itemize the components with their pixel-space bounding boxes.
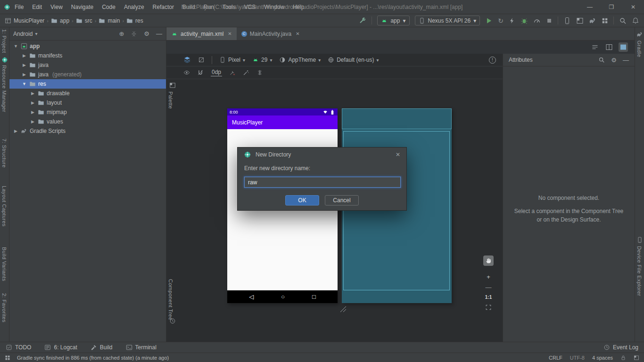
expander-icon[interactable]: ▶	[22, 72, 27, 77]
infer-constraints-wand-icon[interactable]	[243, 69, 249, 76]
breadcrumb-res[interactable]: res	[126, 17, 143, 24]
run-configuration-select[interactable]: app ▾	[377, 16, 409, 25]
zoom-in-button[interactable]: +	[487, 274, 490, 280]
tool-button-terminal[interactable]: Terminal	[126, 344, 157, 351]
tool-button-gradle[interactable]: Gradle	[636, 41, 642, 57]
tool-button-build-variants[interactable]: Build Variants	[1, 247, 7, 281]
layout-inspector-icon[interactable]	[576, 17, 584, 25]
design-blueprint-select-icon[interactable]	[183, 56, 191, 64]
tab-activity-main-xml[interactable]: activity_main.xml ✕	[166, 27, 237, 40]
settings-gear-icon[interactable]: ⚙	[144, 30, 149, 37]
menu-edit[interactable]: Edit	[28, 4, 46, 10]
pack-align-icon[interactable]	[256, 69, 263, 76]
tree-item-gradle-scripts[interactable]: ▶ Gradle Scripts	[9, 126, 166, 136]
line-ending-indicator[interactable]: CRLF	[549, 355, 562, 361]
orientation-icon[interactable]	[198, 57, 205, 63]
stop-button[interactable]	[546, 17, 553, 24]
locate-file-icon[interactable]: ⊕	[119, 30, 124, 37]
maximize-button[interactable]: ❐	[601, 0, 622, 14]
tool-window-switcher-icon[interactable]	[5, 355, 10, 361]
tree-item-java-generated[interactable]: ▶ java (generated)	[9, 70, 166, 79]
palette-panel-toggle[interactable]: Palette	[168, 91, 173, 109]
autoconnect-magnet-icon[interactable]	[197, 69, 204, 76]
search-icon[interactable]	[598, 57, 605, 63]
expander-icon[interactable]: ▶	[30, 91, 35, 96]
zoom-ratio-button[interactable]: 1:1	[485, 295, 492, 300]
tool-button-device-file-explorer[interactable]: Device File Explorer	[636, 246, 642, 296]
tool-button-resource-manager[interactable]: Resource Manager	[1, 65, 7, 112]
lock-icon[interactable]	[620, 355, 626, 361]
tree-item-mipmap[interactable]: ▶ mipmap	[9, 107, 166, 117]
device-manager-icon[interactable]	[563, 17, 571, 25]
menu-code[interactable]: Code	[98, 4, 120, 10]
close-button[interactable]: ✕	[622, 0, 644, 14]
android-studio-icon[interactable]	[1, 57, 8, 63]
wrench-icon[interactable]	[359, 17, 366, 25]
close-tab-icon[interactable]: ✕	[296, 31, 299, 36]
expander-icon[interactable]: ▶	[30, 100, 35, 105]
menu-refactor[interactable]: Refactor	[149, 4, 178, 10]
pan-hand-button[interactable]	[483, 255, 494, 266]
indent-indicator[interactable]: 4 spaces	[592, 355, 613, 361]
minimize-button[interactable]: —	[579, 0, 601, 14]
hide-panel-icon[interactable]: —	[623, 57, 629, 64]
palette-icon[interactable]	[169, 82, 176, 89]
zoom-to-fit-button[interactable]	[485, 304, 492, 311]
tool-button-project[interactable]: 1: Project	[1, 29, 7, 53]
breadcrumb-main[interactable]: main	[99, 17, 120, 24]
dialog-close-icon[interactable]: ✕	[396, 151, 400, 158]
zoom-out-button[interactable]: —	[486, 284, 492, 290]
breadcrumb-app[interactable]: app	[51, 17, 69, 24]
tree-item-java[interactable]: ▶ java	[9, 60, 166, 70]
gradle-icon[interactable]	[636, 31, 643, 38]
expander-icon[interactable]: ▶	[22, 53, 27, 58]
dialog-title-bar[interactable]: New Directory ✕	[238, 148, 406, 162]
tool-button-logcat[interactable]: 6: Logcat	[44, 344, 77, 351]
theme-dropdown[interactable]: AppTheme ▾	[279, 57, 321, 63]
profile-button[interactable]	[533, 17, 541, 25]
settings-gear-icon[interactable]: ⚙	[611, 57, 617, 64]
api-level-dropdown[interactable]: 29 ▾	[252, 57, 272, 63]
view-options-eye-icon[interactable]	[183, 69, 190, 76]
tool-button-favorites[interactable]: 2: Favorites	[1, 293, 7, 322]
collapse-all-icon[interactable]	[131, 31, 137, 37]
expander-icon[interactable]: ▶	[22, 63, 27, 67]
tree-item-values[interactable]: ▶ values	[9, 117, 166, 126]
close-tab-icon[interactable]: ✕	[228, 31, 231, 36]
locale-dropdown[interactable]: Default (en-us) ▾	[328, 57, 379, 63]
cancel-button[interactable]: Cancel	[325, 195, 359, 206]
breadcrumb-src[interactable]: src	[76, 17, 92, 24]
split-view-button[interactable]	[604, 42, 614, 52]
hide-panel-icon[interactable]: —	[156, 30, 162, 37]
encoding-indicator[interactable]: UTF-8	[570, 355, 585, 361]
tool-button-structure[interactable]: 7: Structure	[1, 139, 7, 168]
debug-button[interactable]	[520, 17, 528, 25]
device-dropdown[interactable]: Pixel ▾	[219, 57, 245, 63]
expander-icon[interactable]: ▼	[13, 44, 18, 49]
device-icon[interactable]	[636, 237, 643, 243]
reader-mode-icon[interactable]	[634, 355, 639, 361]
menu-analyze[interactable]: Analyze	[120, 4, 149, 10]
errors-warnings-icon[interactable]: !	[489, 57, 496, 64]
tree-item-drawable[interactable]: ▶ drawable	[9, 89, 166, 98]
expander-icon[interactable]: ▶	[30, 119, 35, 124]
sdk-manager-icon[interactable]	[602, 17, 608, 24]
component-tree-panel-toggle[interactable]: Component Tree	[168, 279, 173, 321]
apply-code-changes-icon[interactable]	[509, 17, 515, 24]
ok-button[interactable]: OK	[285, 195, 319, 206]
expander-icon[interactable]: ▼	[22, 82, 27, 86]
menu-view[interactable]: View	[46, 4, 67, 10]
tree-item-layout[interactable]: ▶ layout	[9, 98, 166, 107]
run-button[interactable]	[485, 17, 493, 25]
menu-file[interactable]: File	[10, 4, 28, 10]
tab-mainactivity-java[interactable]: C MainActivity.java ✕	[237, 27, 305, 40]
tool-button-build[interactable]: Build	[91, 344, 113, 351]
clear-constraints-icon[interactable]	[229, 69, 236, 76]
notifications-icon[interactable]	[632, 17, 639, 25]
menu-navigate[interactable]: Navigate	[67, 4, 98, 10]
sync-gradle-icon[interactable]	[589, 17, 596, 25]
resize-handle[interactable]	[339, 304, 348, 314]
search-everywhere-icon[interactable]	[619, 17, 627, 25]
tree-item-app[interactable]: ▼ app	[9, 41, 166, 51]
code-view-button[interactable]	[590, 42, 600, 52]
